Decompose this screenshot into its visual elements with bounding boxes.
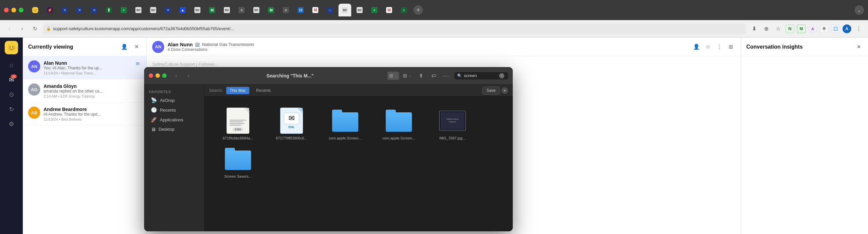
bookmark-icon[interactable]: ☆ [774, 24, 783, 33]
tab-5[interactable]: ✕ [88, 4, 100, 17]
sidebar-item-recents[interactable]: 🕐 Recents [146, 105, 202, 115]
browser-close-button[interactable] [4, 8, 9, 12]
back-button[interactable]: ‹ [5, 24, 14, 33]
tab-sc4[interactable]: SC [220, 4, 233, 17]
finder-search-input[interactable] [464, 73, 497, 78]
finder-search-clear-button[interactable]: ✕ [499, 73, 504, 79]
conv-item-amanda[interactable]: AG Amanda Gloyn amanda replied on the ot… [23, 80, 147, 103]
detail-person-icon[interactable]: 👤 [692, 42, 701, 52]
file-item-screenshot[interactable]: SafetyCultureSupport IMG_7087.jpg... [426, 105, 479, 143]
finder-close-button[interactable] [149, 74, 153, 78]
file-item-folder3[interactable]: Screen Savers... [211, 143, 265, 181]
tab-overflow-button[interactable]: ⌄ [855, 5, 864, 15]
save-search-button[interactable]: Save [482, 87, 500, 94]
file-label-folder1: com.apple.Screen... [329, 136, 362, 140]
extension-m[interactable]: M [797, 25, 806, 33]
finder-grid-view-button[interactable]: ⊞ ⌄ [388, 72, 399, 80]
reload-button[interactable]: ↻ [30, 24, 39, 33]
new-tab-button[interactable]: + [413, 5, 423, 15]
tab-sc5[interactable]: SC [250, 4, 263, 17]
extension-purple[interactable]: A [808, 25, 817, 33]
file-item-folder2[interactable]: com.apple.Screen... [372, 105, 426, 143]
tab-icon-5: ✕ [91, 7, 97, 13]
scope-this-mac-button[interactable]: This Mac [226, 87, 249, 94]
extension-n[interactable]: N [785, 25, 794, 33]
sidebar-item-conversations[interactable]: ✉ 20 [5, 73, 18, 87]
finder-tag-button[interactable]: 🏷 [429, 71, 438, 81]
browser-minimize-button[interactable] [11, 8, 16, 12]
detail-more-icon[interactable]: ⋮ [714, 42, 724, 52]
tab-m-green[interactable]: M [206, 4, 218, 17]
file-item-csv[interactable]: CSV 671f9cbbc6684a... [211, 105, 265, 143]
tab-slack[interactable]: ⚡ [43, 4, 56, 17]
tab-gmail[interactable]: M [309, 4, 322, 17]
sidebar-item-applications[interactable]: 🚀 Applications [146, 115, 202, 124]
file-item-eml[interactable]: ✉ EML 671779ff03906c6... [265, 105, 318, 143]
sidebar-item-home[interactable]: ⌂ [5, 58, 18, 72]
sidebar-item-settings[interactable]: ⚙ [5, 117, 18, 131]
tab-jira[interactable]: ⬆ [102, 4, 115, 17]
finder-more-button[interactable]: ⋯ ⌄ [442, 71, 451, 81]
currently-viewing-title: Currently viewing [28, 44, 117, 50]
finder-share-button[interactable]: ⬆ [416, 71, 426, 81]
finder-back-button[interactable]: ‹ [172, 71, 181, 80]
tab-plus4[interactable]: + [398, 4, 410, 17]
tab-eq1[interactable]: ≡ [235, 4, 248, 17]
sidebar-item-analytics[interactable]: ↻ [5, 103, 18, 116]
tab-4[interactable]: ✕ [73, 4, 86, 17]
url-bar[interactable]: 🔒 support-safetyculture.kustomerapp.com/… [43, 24, 746, 34]
detail-star-icon[interactable]: ☆ [703, 42, 713, 52]
conv-preview-andrew: Hi Andrew, Thanks for the upd... [43, 112, 141, 117]
extension-a[interactable]: A [842, 25, 851, 33]
tab-gmail2[interactable]: M [383, 4, 396, 17]
browser-maximize-button[interactable] [19, 8, 24, 12]
tab-kustomer[interactable]: 😊 [29, 4, 41, 17]
scope-recents-button[interactable]: Recents [253, 87, 274, 94]
add-viewer-icon[interactable]: 👤 [120, 42, 129, 52]
finder-minimize-button[interactable] [155, 74, 160, 78]
file-item-folder1[interactable]: com.apple.Screen... [318, 105, 372, 143]
download-icon[interactable]: ⬇ [749, 24, 759, 33]
detail-layout-icon[interactable]: ⊞ [726, 42, 735, 52]
tab-sc7[interactable]: SC [353, 4, 366, 17]
sidebar-item-search[interactable]: ⊙ [5, 88, 18, 101]
tab-icon-slack: ⚡ [47, 7, 53, 13]
tab-sc-active[interactable]: SC [339, 4, 351, 17]
tab-sc1[interactable]: SC [132, 4, 145, 17]
tab-plus3[interactable]: + [368, 4, 381, 17]
tab-arrows[interactable]: ↑↓ [324, 4, 337, 17]
conv-avatar-alan: AN [28, 60, 40, 72]
sidebar-item-airdrop[interactable]: 📡 AirDrop [146, 95, 202, 105]
tab-15[interactable]: 15 [294, 4, 307, 17]
extension-gear[interactable]: ⚙ [820, 25, 829, 33]
tab-x2[interactable]: ✕ [161, 4, 174, 17]
sidebar-item-desktop[interactable]: 🖥 Desktop [146, 125, 202, 134]
conv-item-alan[interactable]: AN Alan Nunn You: Hi Alan, Thanks for th… [23, 56, 147, 80]
tab-sc2[interactable]: SC [147, 4, 159, 17]
tab-bar: 😊 ⚡ ✕ ✕ ✕ ⬆ + SC SC ✕ ▲ [0, 0, 868, 20]
save-search-area: Save + [482, 87, 508, 94]
insights-close-button[interactable]: ✕ [855, 43, 863, 51]
conv-item-andrew[interactable]: AB Andrew Beardmore Hi Andrew, Thanks fo… [23, 103, 147, 126]
add-search-button[interactable]: + [501, 87, 508, 94]
file-label-csv: 671f9cbbc6684a... [223, 136, 253, 140]
tab-m2[interactable]: M [265, 4, 278, 17]
close-panel-icon[interactable]: ✕ [132, 42, 141, 52]
tab-icon-gmail: M [312, 7, 318, 13]
tab-sc3[interactable]: SC [191, 4, 204, 17]
finder-list-view-button[interactable]: ⊞ ⌄ [401, 72, 413, 80]
finder-maximize-button[interactable] [162, 74, 166, 78]
detail-header-icons: 👤 ☆ ⋮ ⊞ [692, 42, 735, 52]
finder-title: Searching "This M..." [196, 73, 384, 79]
browser-menu-icon[interactable]: ⋮ [854, 24, 863, 33]
extension-box[interactable]: ☐ [831, 25, 840, 33]
tab-icon-gmail2: M [386, 7, 392, 13]
tab-atlas[interactable]: ▲ [176, 4, 189, 17]
tab-eq2[interactable]: ≡ [279, 4, 292, 17]
finder-forward-button[interactable]: › [184, 71, 193, 80]
tab-3[interactable]: ✕ [58, 4, 71, 17]
finder-search-box[interactable]: 🔍 ✕ [455, 72, 508, 80]
tab-plus-green[interactable]: + [117, 4, 130, 17]
forward-button[interactable]: › [18, 24, 27, 33]
zoom-icon[interactable]: ⊕ [762, 24, 771, 33]
